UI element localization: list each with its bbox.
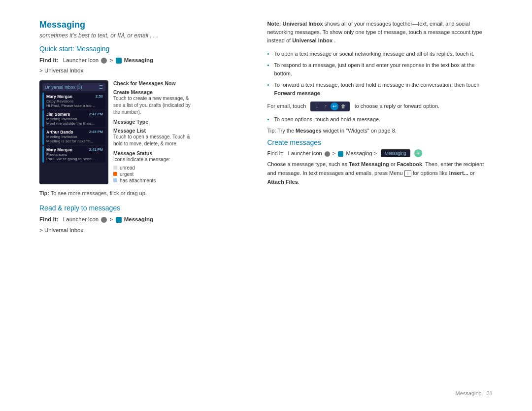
find-it-app: Messaging <box>124 57 153 63</box>
mini-bar-label: Messaging <box>385 151 406 156</box>
tip-block: Tip: Try the Messages widget in "Widgets… <box>267 128 493 134</box>
universal-inbox-bold-2: Universal Inbox <box>292 37 332 43</box>
status-attach: has attachments <box>113 178 197 183</box>
msg-row: Mary Morgan 2:50 Copy Revisions Hi Paul,… <box>42 93 105 109</box>
find-it-second: > Universal Inbox <box>39 68 83 73</box>
bullet-list-2: To open options, touch and hold a messag… <box>267 115 493 124</box>
footer-section: Messaging <box>456 390 482 396</box>
status-unread: unread <box>113 165 197 171</box>
messaging-screenshot: Universal Inbox (3) ☰ Mary Morgan 2:50 C… <box>39 80 247 184</box>
tip-text-2: widget in "Widgets" on page 8. <box>323 128 397 134</box>
bullet-item-3: To forward a text message, touch and hol… <box>267 81 493 98</box>
apps-icon-3 <box>338 151 343 157</box>
note-text-2: . <box>334 37 335 43</box>
create-messages-title: Create messages <box>267 138 493 146</box>
bullet-options: To open options, touch and hold a messag… <box>267 115 493 124</box>
gear-icon-2 <box>101 217 107 223</box>
left-column: Messaging sometimes it's best to text, o… <box>39 20 247 236</box>
email-touch-suffix: to choose a reply or forward option. <box>355 103 439 109</box>
email-touch-prefix: For email, touch <box>267 103 306 109</box>
status-legend: unread urgent has attachments <box>113 165 197 184</box>
msg-row: Jim Somers 2:47 PM Meeting Invitation Me… <box>42 110 105 127</box>
list-label: Message List Touch to open a message. To… <box>113 128 197 147</box>
quick-start-title: Quick start: Messaging <box>39 45 247 53</box>
email-icon-bar: ↓ ↑ ↩ 🗑 <box>310 102 350 111</box>
mini-plus-button: + <box>414 149 422 157</box>
apps-icon-2 <box>116 217 122 223</box>
create-label: Create Message Touch to create a new mes… <box>113 89 197 116</box>
reply-active-icon: ↩ <box>331 103 338 110</box>
universal-inbox-bold: Universal Inbox <box>283 21 323 27</box>
menu-icon: ⋮ <box>404 170 411 177</box>
bullet-item-2: To respond to a message, just open it an… <box>267 61 493 78</box>
footer-page-number: 31 <box>487 390 493 396</box>
create-find-row: Find it: Launcher icon > Messaging > Mes… <box>267 149 493 157</box>
check-label: Check for Messages Now <box>113 80 197 86</box>
bullet-list: To open a text message or social network… <box>267 50 493 98</box>
attach-dot <box>113 178 117 182</box>
tip-label-right: Tip: <box>267 128 276 134</box>
msg-row: Mary Morgan 2:41 PM Freelancers Paul, We… <box>42 146 105 163</box>
status-label: Message Status Icons indicate a message:… <box>113 150 197 184</box>
status-urgent: urgent <box>113 171 197 177</box>
unread-dot <box>113 166 117 170</box>
read-reply-find-it: Find it: Launcher icon > Messaging <box>39 215 247 224</box>
section-subtitle: sometimes it's best to text, or IM, or e… <box>39 32 247 39</box>
gear-icon <box>101 58 107 64</box>
page-footer: Messaging 31 <box>456 390 493 396</box>
find-it-label: Find it: <box>39 57 58 63</box>
phone-screen: Universal Inbox (3) ☰ Mary Morgan 2:50 C… <box>39 80 108 184</box>
section-title: Messaging <box>39 20 247 30</box>
messages-bold: Messages <box>296 128 322 134</box>
inbox-header: Universal Inbox (3) ☰ <box>42 83 105 91</box>
read-reply-second-line: > Universal Inbox <box>39 226 247 235</box>
urgent-dot <box>113 172 117 176</box>
apps-icon <box>116 58 122 64</box>
gear-icon-3 <box>325 151 330 157</box>
reply-down-icon: ↓ <box>313 103 321 110</box>
reply-up-icon: ↑ <box>322 103 330 110</box>
note-block: Note: Universal Inbox shows all of your … <box>267 20 493 45</box>
read-reply-title: Read & reply to messages <box>39 204 247 212</box>
find-it-separator: > <box>110 57 113 63</box>
create-find-label: Find it: Launcher icon > Messaging > <box>267 150 377 157</box>
mini-messaging-bar: Messaging <box>381 149 410 157</box>
type-label: Message Type <box>113 119 197 125</box>
tip-line: Tip: To see more messages, flick or drag… <box>39 189 247 198</box>
create-description: Choose a message type, such as Text Mess… <box>267 160 493 186</box>
find-it-line-1: Find it: Launcher icon > Messaging <box>39 56 247 65</box>
email-touch-section: For email, touch ↓ ↑ ↩ 🗑 to choose a rep… <box>267 102 493 111</box>
find-it-text: Launcher icon <box>63 57 99 63</box>
screenshot-labels: Check for Messages Now Create Message To… <box>113 80 197 184</box>
note-label: Note: <box>267 21 281 27</box>
right-column: Note: Universal Inbox shows all of your … <box>267 20 493 236</box>
tip-text: Try the <box>277 128 294 134</box>
find-it-second-line: > Universal Inbox <box>39 66 247 75</box>
bullet-item-1: To open a text message or social network… <box>267 50 493 58</box>
delete-icon: 🗑 <box>339 103 347 110</box>
msg-row: Arthur Bando 2:45 PM Meeting Invitation … <box>42 128 105 145</box>
page: Messaging sometimes it's best to text, o… <box>0 0 532 411</box>
